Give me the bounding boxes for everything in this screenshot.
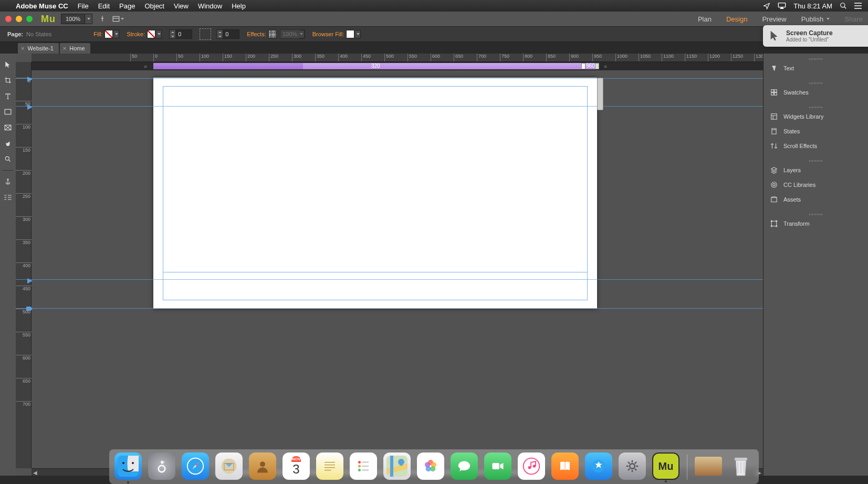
menu-help[interactable]: Help — [232, 2, 246, 10]
panel-layers[interactable]: Layers — [764, 163, 868, 177]
menu-edit[interactable]: Edit — [98, 2, 110, 10]
zoom-dropdown-icon[interactable] — [85, 14, 92, 24]
dock-minimized-window[interactable] — [695, 457, 722, 476]
panel-scroll-effects[interactable]: Scroll Effects — [764, 139, 868, 153]
dock-app-finder[interactable] — [114, 453, 142, 480]
menu-object[interactable]: Object — [144, 2, 164, 10]
format-tool-icon[interactable] — [2, 192, 14, 203]
guide-line[interactable] — [16, 106, 763, 107]
effects-swatch[interactable] — [268, 30, 277, 38]
window-maximize-button[interactable] — [26, 16, 33, 22]
page-state-dropdown[interactable]: No States — [26, 31, 51, 37]
panel-text[interactable]: Text — [764, 61, 868, 76]
breakpoint-handle[interactable] — [595, 63, 599, 69]
menubar-status-icon[interactable] — [763, 2, 770, 9]
stroke-width-stepper[interactable]: 0 — [169, 29, 192, 39]
guide-line[interactable] — [16, 78, 763, 79]
menu-window[interactable]: Window — [198, 2, 222, 10]
toolbar-pin-icon[interactable] — [97, 14, 108, 24]
browser-fill-swatch[interactable] — [346, 30, 354, 38]
stroke-swatch[interactable] — [147, 30, 155, 38]
menubar-clock[interactable]: Thu 8:21 AM — [793, 2, 832, 10]
dock-app-muse[interactable]: Mu — [652, 453, 679, 480]
stroke-dropdown-icon[interactable] — [156, 30, 162, 38]
frame-tool-icon[interactable] — [2, 122, 14, 133]
anchor-tool-icon[interactable] — [2, 176, 14, 187]
mode-design[interactable]: Design — [726, 15, 747, 23]
crop-tool-icon[interactable] — [2, 75, 14, 86]
toolbar-layout-icon[interactable] — [112, 14, 124, 24]
vertical-ruler[interactable]: 0501001502002503003504004505005506006507… — [16, 62, 32, 468]
text-tool-icon[interactable] — [2, 90, 14, 102]
dock-trash-icon[interactable] — [728, 453, 754, 480]
fill-swatch[interactable] — [104, 30, 113, 38]
spotlight-icon[interactable] — [840, 2, 847, 9]
panel-widgets-library[interactable]: Widgets Library — [764, 109, 868, 124]
dock-app-system-preferences[interactable] — [619, 453, 646, 480]
dock-app-photos[interactable] — [417, 453, 444, 480]
panel-cc-libraries[interactable]: CC Libraries — [764, 177, 868, 192]
dock-app-ibooks[interactable] — [551, 453, 579, 480]
page-canvas[interactable] — [153, 78, 597, 309]
corner-radius-value[interactable]: 0 — [223, 30, 239, 38]
selection-tool-icon[interactable] — [2, 59, 14, 70]
window-minimize-button[interactable] — [16, 16, 22, 22]
dock-app-notes[interactable] — [316, 453, 343, 480]
panel-transform[interactable]: Transform — [764, 216, 868, 231]
airplay-icon[interactable] — [778, 2, 786, 9]
notification-toast[interactable]: Screen Capture Added to "Unfiled" — [763, 25, 868, 47]
panel-gripper-icon[interactable] — [764, 212, 868, 216]
dock-app-contacts[interactable] — [249, 453, 276, 480]
mode-publish[interactable]: Publish — [801, 15, 830, 23]
breakpoint-bar[interactable]: » 320 960 « — [32, 62, 763, 70]
breakpoint-left-icon[interactable]: » — [142, 63, 149, 69]
corner-style-icon[interactable] — [200, 28, 211, 40]
mode-plan[interactable]: Plan — [698, 15, 712, 23]
panel-gripper-icon[interactable] — [764, 159, 868, 163]
horizontal-ruler[interactable]: 5005010015020025030035040045050055060065… — [32, 54, 763, 62]
corner-radius-stepper[interactable]: 0 — [216, 29, 239, 39]
dock-app-safari[interactable] — [182, 453, 209, 480]
tab-home[interactable]: × Home — [60, 43, 90, 54]
panel-gripper-icon[interactable] — [764, 57, 868, 61]
panel-states[interactable]: States — [764, 124, 868, 139]
guide-line[interactable] — [16, 308, 763, 309]
browser-fill-dropdown-icon[interactable] — [355, 30, 361, 38]
tab-close-icon[interactable]: × — [21, 45, 24, 51]
stroke-width-value[interactable]: 0 — [176, 30, 192, 38]
guide-line[interactable] — [16, 279, 763, 280]
mode-preview[interactable]: Preview — [762, 15, 786, 23]
menu-hamburger-icon[interactable] — [854, 3, 862, 9]
dock-app-mail[interactable] — [215, 453, 243, 480]
dock-app-calendar[interactable]: NOV3 — [283, 453, 310, 480]
scroll-left-icon[interactable]: ◀ — [32, 469, 39, 476]
hand-tool-icon[interactable] — [2, 138, 14, 149]
menu-page[interactable]: Page — [119, 2, 135, 10]
zoom-value[interactable]: 100% — [61, 16, 85, 22]
panel-gripper-icon[interactable] — [764, 81, 868, 85]
effects-opacity-dropdown-icon[interactable] — [299, 30, 305, 38]
panel-swatches[interactable]: Swatches — [764, 85, 868, 100]
breakpoint-right-icon[interactable]: « — [602, 63, 609, 69]
zoom-control[interactable]: 100% — [61, 14, 92, 24]
dock-app-messages[interactable] — [451, 453, 478, 480]
effects-opacity[interactable]: 100% — [280, 29, 305, 39]
menubar-app-name[interactable]: Adobe Muse CC — [16, 2, 68, 10]
dock-app-reminders[interactable] — [350, 453, 377, 480]
menu-file[interactable]: File — [78, 2, 89, 10]
tab-close-icon[interactable]: × — [63, 45, 66, 51]
panel-gripper-icon[interactable] — [764, 105, 868, 109]
guide-marker-bottom[interactable] — [26, 307, 33, 311]
panel-assets[interactable]: Assets — [764, 192, 868, 207]
dock-app-appstore[interactable] — [585, 453, 612, 480]
page-scroll-handle[interactable] — [597, 78, 603, 110]
dock-app-facetime[interactable] — [484, 453, 511, 480]
dock-app-maps[interactable] — [383, 453, 411, 480]
tab-website-1[interactable]: × Website-1 — [18, 43, 59, 54]
window-close-button[interactable] — [5, 16, 12, 22]
dock-app-itunes[interactable] — [518, 453, 545, 480]
mode-share[interactable]: Share — [844, 15, 863, 23]
zoom-tool-icon[interactable] — [2, 153, 14, 165]
dock-app-launchpad[interactable] — [148, 453, 175, 480]
fill-dropdown-icon[interactable] — [114, 30, 119, 38]
